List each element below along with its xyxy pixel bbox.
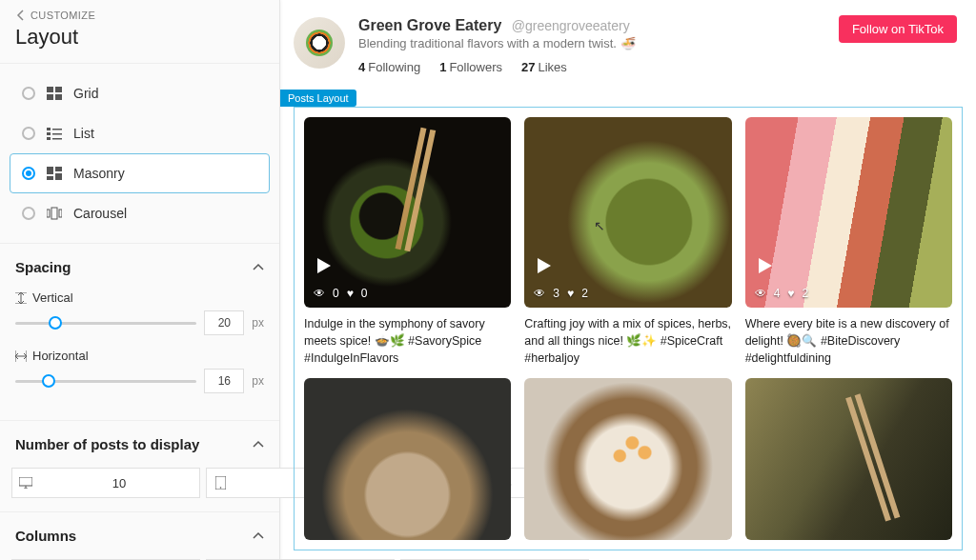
post-card[interactable] <box>745 378 952 540</box>
post-caption: Where every bite is a new discovery of d… <box>745 315 952 367</box>
unit-label: px <box>252 374 264 388</box>
carousel-icon <box>47 207 62 220</box>
post-card[interactable]: 👁4 ♥2 Where every bite is a new discover… <box>745 117 952 367</box>
back-label: CUSTOMIZE <box>30 10 95 21</box>
svg-rect-11 <box>55 167 62 171</box>
option-label: Carousel <box>73 206 127 221</box>
following-label: Following <box>368 60 420 74</box>
vertical-spacing-input[interactable] <box>204 310 244 335</box>
chevron-up-icon <box>253 439 264 450</box>
likes-count: 27 <box>521 60 535 74</box>
customize-sidebar: CUSTOMIZE Layout Grid List Masonry Carou… <box>0 0 280 560</box>
heart-icon: ♥ <box>787 287 794 300</box>
post-thumbnail[interactable]: 👁4 ♥2 <box>745 117 952 308</box>
posts-desktop-field[interactable] <box>11 468 200 498</box>
horizontal-spacing-icon <box>15 350 27 362</box>
post-card[interactable]: 👁3 ♥2 Crafting joy with a mix of spices,… <box>524 117 731 367</box>
section-toggle-spacing[interactable]: Spacing <box>0 244 279 290</box>
section-title: Columns <box>15 528 76 544</box>
svg-rect-2 <box>47 94 53 100</box>
svg-point-19 <box>219 487 221 489</box>
option-label: Masonry <box>73 166 125 181</box>
section-title: Spacing <box>15 259 71 275</box>
svg-rect-1 <box>55 87 62 92</box>
chevron-up-icon <box>253 262 264 273</box>
play-icon <box>534 256 553 279</box>
section-toggle-columns[interactable]: Columns <box>0 512 279 559</box>
radio-icon <box>22 87 35 100</box>
posts-desktop-input[interactable] <box>39 469 199 497</box>
radio-icon <box>22 127 35 140</box>
post-caption: Indulge in the symphony of savory meets … <box>304 315 511 367</box>
followers-count: 1 <box>439 60 446 74</box>
views-count: 3 <box>553 287 559 300</box>
post-thumbnail[interactable]: 👁0 ♥0 <box>304 117 511 308</box>
post-thumbnail[interactable] <box>304 378 511 540</box>
follow-button[interactable]: Follow on TikTok <box>839 15 957 43</box>
views-count: 0 <box>333 287 339 300</box>
svg-rect-4 <box>47 128 51 130</box>
back-button[interactable]: CUSTOMIZE <box>15 10 264 21</box>
desktop-icon <box>12 477 39 489</box>
svg-rect-8 <box>47 137 51 140</box>
preview-pane: Green Grove Eatery @greengroveeatery Ble… <box>280 0 976 560</box>
svg-rect-5 <box>52 129 62 130</box>
eye-icon: 👁 <box>314 287 325 300</box>
svg-rect-16 <box>59 210 62 217</box>
chevron-left-icon <box>15 10 27 21</box>
section-title: Number of posts to display <box>15 436 199 452</box>
profile-handle: @greengroveeatery <box>512 18 630 33</box>
section-toggle-posts[interactable]: Number of posts to display <box>0 421 279 468</box>
svg-rect-15 <box>51 208 57 219</box>
likes-count: 2 <box>581 287 588 300</box>
section-columns: Columns <box>0 511 279 560</box>
likes-count: 2 <box>802 287 808 300</box>
svg-rect-0 <box>47 87 53 92</box>
svg-rect-6 <box>47 132 51 135</box>
post-thumbnail[interactable] <box>524 378 731 540</box>
list-icon <box>47 127 62 140</box>
likes-count: 0 <box>361 287 368 300</box>
svg-rect-7 <box>52 133 62 135</box>
eye-icon: 👁 <box>534 287 545 300</box>
views-count: 4 <box>774 287 781 300</box>
layout-option-list[interactable]: List <box>10 113 270 153</box>
vertical-label: Vertical <box>32 290 73 305</box>
post-thumbnail[interactable] <box>745 378 952 540</box>
vertical-spacing-icon <box>15 292 27 304</box>
avatar <box>294 17 345 69</box>
svg-rect-10 <box>47 167 53 174</box>
play-icon <box>755 256 774 279</box>
horizontal-spacing-input[interactable] <box>204 369 244 393</box>
likes-label: Likes <box>538 60 566 74</box>
chevron-up-icon <box>253 530 264 542</box>
play-icon <box>314 256 333 279</box>
unit-label: px <box>252 316 264 330</box>
layout-option-masonry[interactable]: Masonry <box>10 153 270 193</box>
radio-icon <box>22 167 35 180</box>
tablet-icon <box>207 476 234 490</box>
post-card[interactable]: 👁0 ♥0 Indulge in the symphony of savory … <box>304 117 511 367</box>
avatar-image <box>306 30 333 56</box>
post-caption: Crafting joy with a mix of spices, herbs… <box>524 315 731 367</box>
svg-rect-9 <box>52 138 62 140</box>
grid-icon <box>47 87 62 100</box>
post-thumbnail[interactable]: 👁3 ♥2 <box>524 117 731 308</box>
profile-stats: 4Following 1Followers 27Likes <box>358 60 963 74</box>
sidebar-header: CUSTOMIZE Layout <box>0 0 279 64</box>
heart-icon: ♥ <box>347 287 354 300</box>
layout-option-grid[interactable]: Grid <box>10 73 270 113</box>
layout-option-carousel[interactable]: Carousel <box>10 193 270 233</box>
masonry-icon <box>47 167 62 180</box>
layout-options: Grid List Masonry Carousel <box>0 64 279 243</box>
section-spacing: Spacing Vertical px Horizontal <box>0 243 279 420</box>
posts-layout-region[interactable]: 👁0 ♥0 Indulge in the symphony of savory … <box>294 107 963 550</box>
horizontal-spacing-slider[interactable] <box>15 380 196 383</box>
heart-icon: ♥ <box>567 287 574 300</box>
posts-layout-label: Posts Layout <box>280 90 356 107</box>
followers-label: Followers <box>449 60 502 74</box>
vertical-spacing-slider[interactable] <box>15 322 196 325</box>
post-card[interactable] <box>524 378 731 540</box>
post-card[interactable] <box>304 378 511 540</box>
eye-icon: 👁 <box>755 287 766 300</box>
